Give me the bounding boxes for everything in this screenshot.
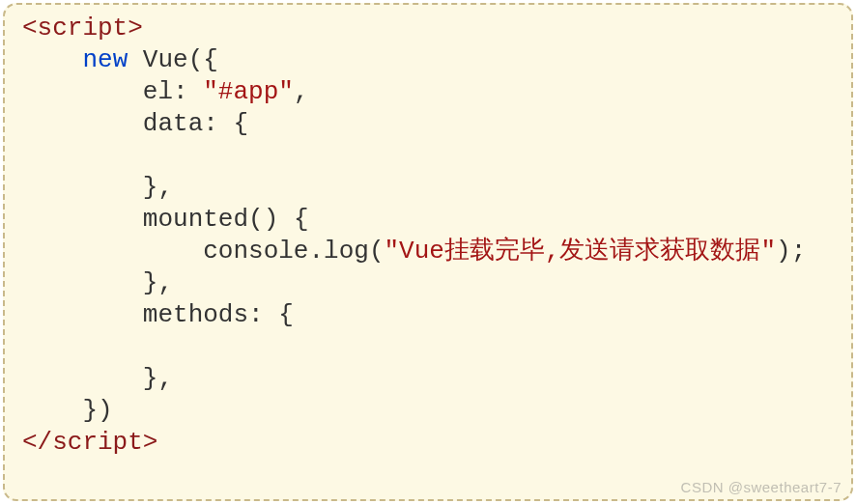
- keyword-new: new: [82, 45, 128, 74]
- script-close-tag: </script>: [22, 428, 157, 457]
- watermark: CSDN @sweetheart7-7: [681, 479, 842, 495]
- prop-methods: methods: [143, 300, 248, 329]
- log-string: "Vue挂载完毕,发送请求获取数据": [384, 237, 776, 266]
- prop-data: data: [143, 109, 203, 138]
- code-block: <script> new Vue({ el: "#app", data: { }…: [22, 13, 840, 459]
- script-open-tag: <script>: [22, 14, 143, 42]
- prop-el: el: [143, 77, 173, 106]
- hook-mounted: mounted: [143, 205, 248, 234]
- vue-ident: Vue: [143, 45, 188, 74]
- close-paren-brace: }): [82, 396, 112, 425]
- code-box: <script> new Vue({ el: "#app", data: { }…: [3, 3, 853, 501]
- el-value: "#app": [203, 77, 294, 106]
- console-log: console.log: [203, 237, 369, 266]
- open-paren-brace: ({: [188, 45, 218, 74]
